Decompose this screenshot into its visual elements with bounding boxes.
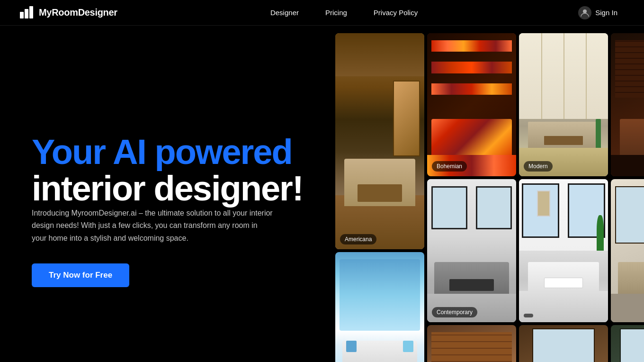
coastal-scene — [335, 252, 424, 362]
navbar: MyRoomDesigner Designer Pricing Privacy … — [0, 0, 644, 26]
modern-label — [524, 314, 533, 317]
user-avatar-icon — [578, 6, 591, 19]
logo[interactable]: MyRoomDesigner — [19, 5, 117, 20]
americana-label: Americana — [340, 234, 376, 244]
room-card-bohemian: Bohemian — [427, 33, 516, 176]
room-card-far-right-mid — [611, 179, 644, 322]
japanese-scene — [519, 33, 608, 176]
room-card-coastal: Coastal — [335, 252, 424, 362]
room-card-modern — [519, 179, 608, 322]
modern-scene — [519, 179, 608, 322]
room-card-far-right-top — [611, 33, 644, 176]
hero-title: Your AI powered interior designer! — [32, 134, 303, 207]
room-card-americana: Americana — [335, 33, 424, 249]
signin-label: Sign In — [595, 9, 617, 17]
nav-pricing[interactable]: Pricing — [312, 0, 360, 26]
room-card-contemporary: Contemporary — [427, 179, 516, 322]
signin-button[interactable]: Sign In — [571, 0, 625, 26]
japanese-label: Modern — [524, 161, 553, 172]
try-now-button[interactable]: Try Now for Free — [32, 263, 129, 287]
svg-rect-1 — [25, 9, 28, 18]
hero-section: Your AI powered interior designer! Intro… — [0, 26, 331, 362]
room-grid: Americana Coastal — [331, 29, 644, 362]
hero-description: Introducing MyroomDesigner.ai – the ulti… — [32, 207, 273, 244]
svg-rect-2 — [29, 6, 33, 18]
svg-point-3 — [583, 9, 587, 13]
main-content: Your AI powered interior designer! Intro… — [0, 0, 644, 362]
room-card-rustic1 — [427, 325, 516, 362]
room-card-japanese: Modern — [519, 33, 608, 176]
bohemian-label: Bohemian — [432, 161, 467, 172]
room-card-far-right-bot — [611, 325, 644, 362]
hero-title-line2: interior designer! — [32, 169, 303, 208]
svg-rect-0 — [20, 12, 24, 18]
room-card-rustic2 — [519, 325, 608, 362]
americana-scene — [335, 33, 424, 249]
logo-icon — [19, 5, 34, 20]
logo-text: MyRoomDesigner — [39, 7, 117, 18]
contemporary-label: Contemporary — [432, 307, 477, 317]
nav-links: Designer Pricing Privacy Policy — [257, 0, 431, 26]
contemporary-scene — [427, 179, 516, 322]
bohemian-scene — [427, 33, 516, 176]
nav-privacy[interactable]: Privacy Policy — [360, 0, 431, 26]
room-gallery: Americana Coastal — [331, 26, 644, 362]
hero-title-line1: Your AI powered — [32, 132, 292, 172]
nav-designer[interactable]: Designer — [257, 0, 312, 26]
